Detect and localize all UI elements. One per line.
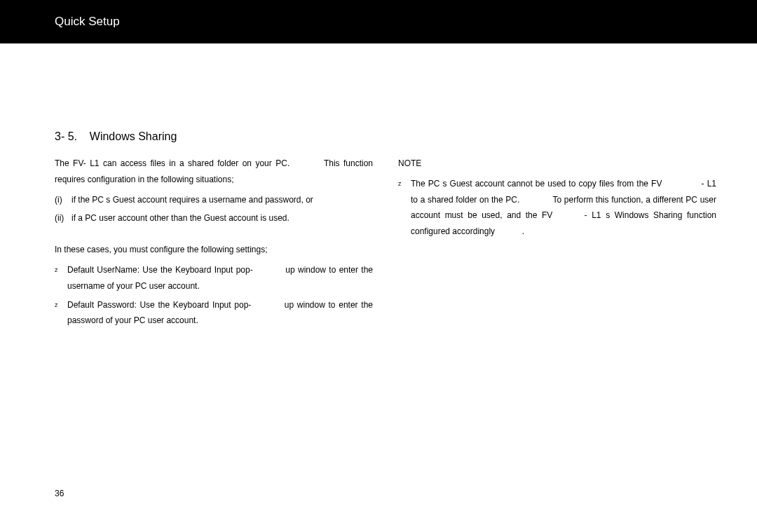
header-title: Quick Setup (55, 15, 120, 29)
intro-paragraph: The FV- L1 can access files in a shared … (55, 156, 373, 188)
bullet-icon: z (398, 176, 411, 240)
bullet-2: z Default Password: Use the Keyboard Inp… (55, 297, 373, 329)
header-bar: Quick Setup (0, 0, 757, 43)
columns: The FV- L1 can access files in a shared … (55, 156, 716, 332)
list-item-ii: (ii) if a PC user account other than the… (55, 210, 373, 226)
intro-text-a: The FV- L1 can access files in a shared … (55, 158, 289, 168)
bullet-icon: z (55, 297, 67, 329)
left-column: The FV- L1 can access files in a shared … (55, 156, 373, 332)
list-text-i: if the PC s Guest account requires a use… (71, 192, 313, 208)
section-title: Windows Sharing (90, 130, 177, 142)
list-marker-ii: (ii) (55, 210, 71, 226)
right-column: NOTE z The PC s Guest account cannot be … (398, 156, 716, 332)
bullet2-a: Default Password: Use the Keyboard Input… (67, 300, 251, 310)
list-text-ii: if a PC user account other than the Gues… (71, 210, 289, 226)
page-number: 36 (55, 489, 64, 498)
list-item-i: (i) if the PC s Guest account requires a… (55, 192, 373, 208)
bullet-1: z Default UserName: Use the Keyboard Inp… (55, 262, 373, 294)
list-marker-i: (i) (55, 192, 71, 208)
page-content: 3- 5. Windows Sharing The FV- L1 can acc… (0, 43, 757, 532)
section-number: 3- 5. (55, 130, 77, 142)
bullet1-a: Default UserName: Use the Keyboard Input… (67, 265, 253, 275)
mid-paragraph: In these cases, you must configure the f… (55, 242, 373, 258)
note-1: The PC s Guest account cannot be used to… (411, 179, 662, 189)
note-label: NOTE (398, 156, 716, 172)
note-bullet: z The PC s Guest account cannot be used … (398, 176, 716, 240)
note-5: . (522, 226, 524, 236)
bullet-icon: z (55, 262, 67, 294)
section-heading: 3- 5. Windows Sharing (55, 130, 177, 143)
